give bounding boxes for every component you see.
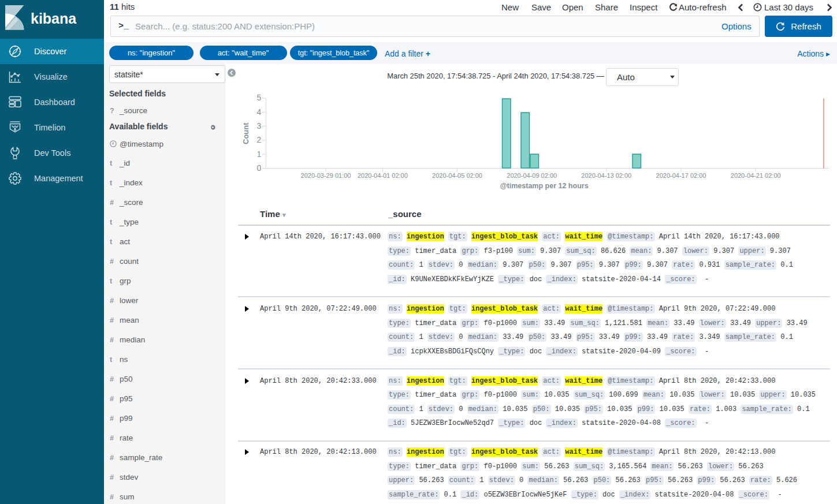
svg-text:2: 2 [257,135,262,144]
svg-text:2020-04-17 02:00: 2020-04-17 02:00 [656,172,706,179]
svg-text:2020-04-05 02:00: 2020-04-05 02:00 [432,172,482,179]
svg-text:0: 0 [257,163,262,173]
svg-text:4: 4 [257,107,262,117]
svg-text:1: 1 [257,150,262,159]
svg-text:@timestamp per 12 hours: @timestamp per 12 hours [500,182,588,190]
svg-text:3: 3 [257,121,262,130]
svg-text:2020-03-29 01:00: 2020-03-29 01:00 [301,172,351,179]
svg-text:Count: Count [241,122,250,144]
svg-text:2020-04-21 02:00: 2020-04-21 02:00 [731,172,781,179]
svg-text:2020-04-09 02:00: 2020-04-09 02:00 [507,172,557,179]
svg-text:5: 5 [257,93,262,102]
svg-text:2020-04-13 02:00: 2020-04-13 02:00 [581,172,631,179]
svg-text:kibana: kibana [31,10,77,27]
svg-text:2020-04-01 02:00: 2020-04-01 02:00 [358,172,408,179]
